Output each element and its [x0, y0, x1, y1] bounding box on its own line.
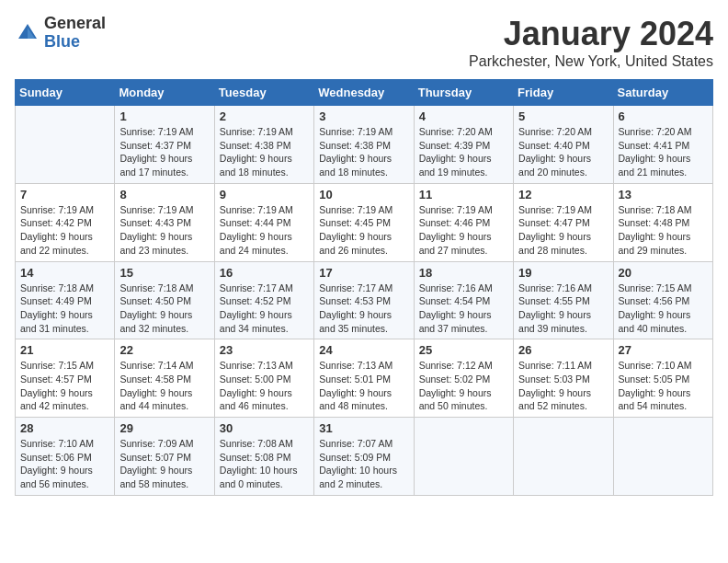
day-info: Sunrise: 7:14 AMSunset: 4:58 PMDaylight:… [119, 359, 209, 413]
month-title: January 2024 [469, 15, 713, 53]
calendar-cell: 23Sunrise: 7:13 AMSunset: 5:00 PMDayligh… [214, 339, 313, 418]
day-number: 11 [419, 188, 508, 201]
day-info: Sunrise: 7:19 AMSunset: 4:42 PMDaylight:… [20, 203, 109, 258]
day-info: Sunrise: 7:17 AMSunset: 4:53 PMDaylight:… [319, 282, 408, 336]
day-header: Thursday [414, 80, 513, 106]
day-number: 10 [319, 188, 408, 201]
day-number: 4 [419, 109, 508, 123]
calendar-cell: 13Sunrise: 7:18 AMSunset: 4:48 PMDayligh… [613, 183, 712, 261]
day-number: 21 [20, 343, 109, 357]
day-number: 28 [20, 421, 109, 435]
day-info: Sunrise: 7:19 AMSunset: 4:38 PMDaylight:… [220, 125, 309, 179]
day-info: Sunrise: 7:19 AMSunset: 4:37 PMDaylight:… [119, 125, 209, 179]
day-header: Tuesday [214, 80, 313, 106]
calendar-cell: 21Sunrise: 7:15 AMSunset: 4:57 PMDayligh… [16, 339, 115, 418]
day-info: Sunrise: 7:07 AMSunset: 5:09 PMDaylight:… [319, 437, 408, 491]
calendar-cell [16, 106, 115, 184]
day-number: 26 [518, 343, 608, 357]
calendar-cell: 8Sunrise: 7:19 AMSunset: 4:43 PMDaylight… [115, 183, 214, 261]
day-header: Saturday [613, 80, 712, 106]
title-block: January 2024 Parkchester, New York, Unit… [469, 15, 713, 70]
calendar-cell: 2Sunrise: 7:19 AMSunset: 4:38 PMDaylight… [214, 106, 313, 184]
day-number: 1 [119, 109, 209, 123]
day-info: Sunrise: 7:19 AMSunset: 4:47 PMDaylight:… [518, 203, 608, 258]
day-number: 6 [619, 109, 708, 123]
day-number: 31 [319, 421, 408, 435]
day-info: Sunrise: 7:10 AMSunset: 5:06 PMDaylight:… [20, 437, 109, 491]
day-number: 15 [119, 266, 209, 280]
calendar-cell: 9Sunrise: 7:19 AMSunset: 4:44 PMDaylight… [214, 183, 313, 261]
day-number: 12 [518, 188, 608, 201]
day-number: 22 [119, 343, 209, 357]
day-header: Wednesday [314, 80, 414, 106]
calendar-week-row: 14Sunrise: 7:18 AMSunset: 4:49 PMDayligh… [16, 261, 713, 339]
calendar-cell: 7Sunrise: 7:19 AMSunset: 4:42 PMDaylight… [16, 183, 115, 261]
day-number: 19 [518, 266, 608, 280]
calendar-cell: 18Sunrise: 7:16 AMSunset: 4:54 PMDayligh… [414, 261, 513, 339]
day-info: Sunrise: 7:18 AMSunset: 4:48 PMDaylight:… [619, 203, 708, 258]
day-number: 8 [119, 188, 209, 201]
calendar-cell: 10Sunrise: 7:19 AMSunset: 4:45 PMDayligh… [314, 183, 414, 261]
calendar-cell: 17Sunrise: 7:17 AMSunset: 4:53 PMDayligh… [314, 261, 414, 339]
day-number: 29 [119, 421, 209, 435]
day-info: Sunrise: 7:19 AMSunset: 4:38 PMDaylight:… [319, 125, 408, 179]
calendar-cell: 20Sunrise: 7:15 AMSunset: 4:56 PMDayligh… [613, 261, 712, 339]
day-header: Monday [115, 80, 214, 106]
day-number: 7 [20, 188, 109, 201]
day-number: 2 [220, 109, 309, 123]
page-header: General Blue January 2024 Parkchester, N… [15, 15, 713, 70]
calendar-cell: 26Sunrise: 7:11 AMSunset: 5:03 PMDayligh… [514, 339, 613, 418]
calendar-cell: 15Sunrise: 7:18 AMSunset: 4:50 PMDayligh… [115, 261, 214, 339]
calendar-cell: 31Sunrise: 7:07 AMSunset: 5:09 PMDayligh… [314, 418, 414, 496]
logo-text: General Blue [44, 15, 106, 52]
calendar-week-row: 28Sunrise: 7:10 AMSunset: 5:06 PMDayligh… [16, 418, 713, 496]
calendar-cell: 12Sunrise: 7:19 AMSunset: 4:47 PMDayligh… [514, 183, 613, 261]
day-info: Sunrise: 7:20 AMSunset: 4:41 PMDaylight:… [619, 125, 708, 179]
calendar-week-row: 21Sunrise: 7:15 AMSunset: 4:57 PMDayligh… [16, 339, 713, 418]
day-number: 16 [220, 266, 309, 280]
day-info: Sunrise: 7:10 AMSunset: 5:05 PMDaylight:… [619, 359, 708, 413]
calendar-cell: 1Sunrise: 7:19 AMSunset: 4:37 PMDaylight… [115, 106, 214, 184]
day-info: Sunrise: 7:19 AMSunset: 4:45 PMDaylight:… [319, 203, 408, 258]
day-info: Sunrise: 7:20 AMSunset: 4:40 PMDaylight:… [518, 125, 608, 179]
calendar-cell: 30Sunrise: 7:08 AMSunset: 5:08 PMDayligh… [214, 418, 313, 496]
day-number: 17 [319, 266, 408, 280]
day-info: Sunrise: 7:19 AMSunset: 4:44 PMDaylight:… [220, 203, 309, 258]
calendar-cell: 22Sunrise: 7:14 AMSunset: 4:58 PMDayligh… [115, 339, 214, 418]
logo: General Blue [15, 15, 106, 52]
calendar-cell [613, 418, 712, 496]
calendar-cell: 24Sunrise: 7:13 AMSunset: 5:01 PMDayligh… [314, 339, 414, 418]
day-number: 18 [419, 266, 508, 280]
calendar-cell: 25Sunrise: 7:12 AMSunset: 5:02 PMDayligh… [414, 339, 513, 418]
day-number: 3 [319, 109, 408, 123]
day-info: Sunrise: 7:19 AMSunset: 4:43 PMDaylight:… [119, 203, 209, 258]
day-info: Sunrise: 7:16 AMSunset: 4:54 PMDaylight:… [419, 282, 508, 336]
calendar-cell: 29Sunrise: 7:09 AMSunset: 5:07 PMDayligh… [115, 418, 214, 496]
calendar-table: SundayMondayTuesdayWednesdayThursdayFrid… [15, 79, 713, 496]
day-info: Sunrise: 7:15 AMSunset: 4:57 PMDaylight:… [20, 359, 109, 413]
day-info: Sunrise: 7:19 AMSunset: 4:46 PMDaylight:… [419, 203, 508, 258]
day-header: Friday [514, 80, 613, 106]
day-number: 20 [619, 266, 708, 280]
calendar-cell: 28Sunrise: 7:10 AMSunset: 5:06 PMDayligh… [16, 418, 115, 496]
day-info: Sunrise: 7:11 AMSunset: 5:03 PMDaylight:… [518, 359, 608, 413]
calendar-cell: 3Sunrise: 7:19 AMSunset: 4:38 PMDaylight… [314, 106, 414, 184]
logo-icon [15, 20, 40, 46]
day-info: Sunrise: 7:13 AMSunset: 5:00 PMDaylight:… [220, 359, 309, 413]
calendar-cell [414, 418, 513, 496]
day-number: 13 [619, 188, 708, 201]
calendar-cell: 14Sunrise: 7:18 AMSunset: 4:49 PMDayligh… [16, 261, 115, 339]
day-info: Sunrise: 7:12 AMSunset: 5:02 PMDaylight:… [419, 359, 508, 413]
calendar-cell [514, 418, 613, 496]
calendar-cell: 4Sunrise: 7:20 AMSunset: 4:39 PMDaylight… [414, 106, 513, 184]
calendar-cell: 6Sunrise: 7:20 AMSunset: 4:41 PMDaylight… [613, 106, 712, 184]
day-number: 23 [220, 343, 309, 357]
day-info: Sunrise: 7:08 AMSunset: 5:08 PMDaylight:… [220, 437, 309, 491]
location: Parkchester, New York, United States [469, 53, 713, 70]
day-number: 24 [319, 343, 408, 357]
calendar-cell: 5Sunrise: 7:20 AMSunset: 4:40 PMDaylight… [514, 106, 613, 184]
day-info: Sunrise: 7:18 AMSunset: 4:50 PMDaylight:… [119, 282, 209, 336]
calendar-week-row: 1Sunrise: 7:19 AMSunset: 4:37 PMDaylight… [16, 106, 713, 184]
calendar-cell: 11Sunrise: 7:19 AMSunset: 4:46 PMDayligh… [414, 183, 513, 261]
day-info: Sunrise: 7:17 AMSunset: 4:52 PMDaylight:… [220, 282, 309, 336]
